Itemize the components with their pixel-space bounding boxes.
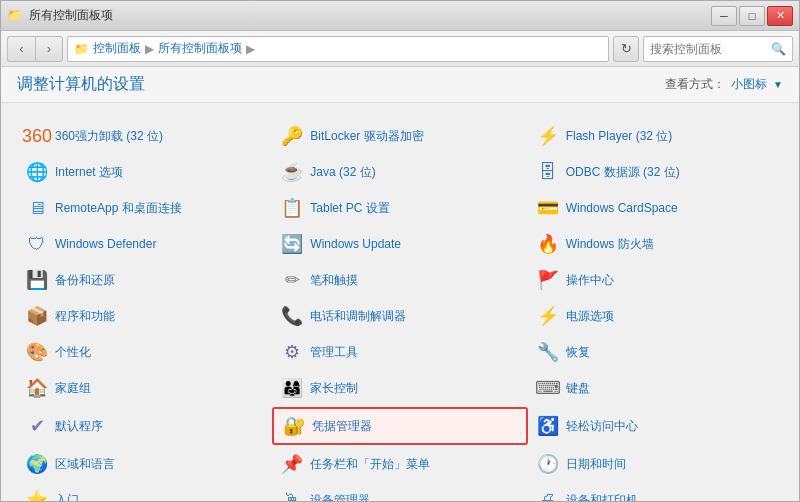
item-label-devices: 设备和打印机	[566, 492, 638, 502]
item-label-personal: 个性化	[55, 344, 91, 361]
item-programs[interactable]: 📦程序和功能	[17, 299, 272, 333]
item-power[interactable]: ⚡电源选项	[528, 299, 783, 333]
item-intro[interactable]: ⭐入门	[17, 483, 272, 501]
item-label-default: 默认程序	[55, 418, 103, 435]
item-icon-flash: ⚡	[536, 124, 560, 148]
window-controls: ─ □ ✕	[711, 6, 793, 26]
folder-icon: 📁	[74, 42, 89, 56]
item-icon-internet: 🌐	[25, 160, 49, 184]
item-personal[interactable]: 🎨个性化	[17, 335, 272, 369]
item-icon-remote: 🖥	[25, 196, 49, 220]
item-icon-region: 🌍	[25, 452, 49, 476]
item-flash[interactable]: ⚡Flash Player (32 位)	[528, 119, 783, 153]
item-icon-phone: 📞	[280, 304, 304, 328]
item-label-action: 操作中心	[566, 272, 614, 289]
item-icon-taskbar: 📌	[280, 452, 304, 476]
item-label-manage: 管理工具	[310, 344, 358, 361]
maximize-button[interactable]: □	[739, 6, 765, 26]
item-icon-keyboard: ⌨	[536, 376, 560, 400]
search-icon[interactable]: 🔍	[771, 42, 786, 56]
item-credential[interactable]: 🔐凭据管理器	[272, 407, 527, 445]
item-icon-odbc: 🗄	[536, 160, 560, 184]
item-icon-cardspace: 💳	[536, 196, 560, 220]
item-recovery[interactable]: 🔧恢复	[528, 335, 783, 369]
item-icon-programs: 📦	[25, 304, 49, 328]
item-label-parental: 家长控制	[310, 380, 358, 397]
item-tablet[interactable]: 📋Tablet PC 设置	[272, 191, 527, 225]
item-label-defender: Windows Defender	[55, 237, 156, 251]
search-bar[interactable]: 🔍	[643, 36, 793, 62]
item-icon-personal: 🎨	[25, 340, 49, 364]
item-access[interactable]: ♿轻松访问中心	[528, 407, 783, 445]
item-label-pen: 笔和触摸	[310, 272, 358, 289]
forward-button[interactable]: ›	[35, 36, 63, 62]
item-icon-action: 🚩	[536, 268, 560, 292]
item-pen[interactable]: ✏笔和触摸	[272, 263, 527, 297]
item-icon-backup: 💾	[25, 268, 49, 292]
item-icon-pen: ✏	[280, 268, 304, 292]
page-title: 调整计算机的设置	[17, 74, 145, 95]
item-odbc[interactable]: 🗄ODBC 数据源 (32 位)	[528, 155, 783, 189]
breadcrumb-item-1[interactable]: 控制面板	[93, 40, 141, 57]
item-internet[interactable]: 🌐Internet 选项	[17, 155, 272, 189]
item-default[interactable]: ✔默认程序	[17, 407, 272, 445]
item-devices[interactable]: 🖨设备和打印机	[528, 483, 783, 501]
breadcrumb-item-2[interactable]: 所有控制面板项	[158, 40, 242, 57]
item-manage[interactable]: ⚙管理工具	[272, 335, 527, 369]
item-label-360: 360强力卸载 (32 位)	[55, 128, 163, 145]
item-homegroup[interactable]: 🏠家庭组	[17, 371, 272, 405]
item-bitlocker[interactable]: 🔑BitLocker 驱动器加密	[272, 119, 527, 153]
item-remote[interactable]: 🖥RemoteApp 和桌面连接	[17, 191, 272, 225]
view-mode-selector[interactable]: 小图标	[731, 76, 767, 93]
item-label-bitlocker: BitLocker 驱动器加密	[310, 128, 423, 145]
breadcrumb-separator-2: ▶	[246, 42, 255, 56]
minimize-button[interactable]: ─	[711, 6, 737, 26]
item-label-java: Java (32 位)	[310, 164, 375, 181]
breadcrumb-separator-1: ▶	[145, 42, 154, 56]
item-region[interactable]: 🌍区域和语言	[17, 447, 272, 481]
view-bar: 调整计算机的设置 查看方式： 小图标 ▼	[1, 67, 799, 103]
window-title: 所有控制面板项	[29, 7, 113, 24]
item-label-device-mgr: 设备管理器	[310, 492, 370, 502]
item-icon-access: ♿	[536, 414, 560, 438]
item-keyboard[interactable]: ⌨键盘	[528, 371, 783, 405]
item-label-firewall: Windows 防火墙	[566, 236, 654, 253]
item-taskbar[interactable]: 📌任务栏和「开始」菜单	[272, 447, 527, 481]
item-icon-credential: 🔐	[282, 414, 306, 438]
refresh-button[interactable]: ↻	[613, 36, 639, 62]
item-icon-parental: 👨‍👩‍👧	[280, 376, 304, 400]
item-winupdate[interactable]: 🔄Windows Update	[272, 227, 527, 261]
item-label-taskbar: 任务栏和「开始」菜单	[310, 456, 430, 473]
item-firewall[interactable]: 🔥Windows 防火墙	[528, 227, 783, 261]
item-label-odbc: ODBC 数据源 (32 位)	[566, 164, 680, 181]
item-device-mgr[interactable]: 🖱设备管理器	[272, 483, 527, 501]
item-parental[interactable]: 👨‍👩‍👧家长控制	[272, 371, 527, 405]
item-label-cardspace: Windows CardSpace	[566, 201, 678, 215]
item-backup[interactable]: 💾备份和还原	[17, 263, 272, 297]
back-button[interactable]: ‹	[7, 36, 35, 62]
title-bar-left: 📁 所有控制面板项	[7, 7, 113, 24]
item-datetime[interactable]: 🕐日期和时间	[528, 447, 783, 481]
item-icon-recovery: 🔧	[536, 340, 560, 364]
search-input[interactable]	[650, 42, 767, 56]
item-icon-intro: ⭐	[25, 488, 49, 501]
item-360[interactable]: 360360强力卸载 (32 位)	[17, 119, 272, 153]
item-phone[interactable]: 📞电话和调制解调器	[272, 299, 527, 333]
item-icon-default: ✔	[25, 414, 49, 438]
item-label-keyboard: 键盘	[566, 380, 590, 397]
item-cardspace[interactable]: 💳Windows CardSpace	[528, 191, 783, 225]
item-action[interactable]: 🚩操作中心	[528, 263, 783, 297]
item-icon-power: ⚡	[536, 304, 560, 328]
item-label-backup: 备份和还原	[55, 272, 115, 289]
nav-buttons: ‹ ›	[7, 36, 63, 62]
breadcrumb-bar[interactable]: 📁 控制面板 ▶ 所有控制面板项 ▶	[67, 36, 609, 62]
view-dropdown-arrow[interactable]: ▼	[773, 79, 783, 90]
item-label-tablet: Tablet PC 设置	[310, 200, 389, 217]
item-java[interactable]: ☕Java (32 位)	[272, 155, 527, 189]
address-bar: ‹ › 📁 控制面板 ▶ 所有控制面板项 ▶ ↻ 🔍	[1, 31, 799, 67]
window-icon: 📁	[7, 8, 23, 24]
close-button[interactable]: ✕	[767, 6, 793, 26]
item-label-access: 轻松访问中心	[566, 418, 638, 435]
item-defender[interactable]: 🛡Windows Defender	[17, 227, 272, 261]
item-label-flash: Flash Player (32 位)	[566, 128, 673, 145]
